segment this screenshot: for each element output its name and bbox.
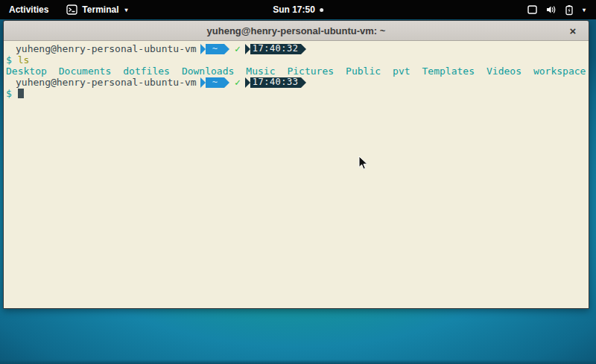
display-icon — [527, 4, 538, 15]
terminal-app-icon — [66, 4, 77, 15]
prompt-time-segment: 17:40:32 — [250, 44, 301, 54]
window-title: yuheng@henry-personal-ubuntu-vm: ~ — [207, 25, 386, 36]
prompt-symbol: $ — [6, 88, 12, 99]
status-check-icon: ✓ — [235, 77, 241, 88]
powerline-arrow-icon — [245, 44, 250, 54]
battery-charging-icon — [565, 4, 574, 16]
ls-item: Music — [246, 66, 275, 77]
terminal-content[interactable]: yuheng@henry-personal-ubuntu-vm ~ ✓ 17:4… — [4, 41, 589, 308]
ls-item: Desktop — [6, 66, 47, 77]
terminal-window: yuheng@henry-personal-ubuntu-vm: ~ × yuh… — [3, 20, 589, 309]
ls-output: DesktopDocumentsdotfilesDownloadsMusicPi… — [6, 66, 586, 77]
system-status-area[interactable]: ▾ — [522, 0, 590, 19]
terminal-cursor — [18, 89, 24, 98]
ls-item: Templates — [422, 66, 475, 77]
volume-icon — [545, 4, 557, 15]
powerline-arrow-icon — [224, 77, 229, 88]
powerline-arrow-icon — [245, 77, 250, 88]
app-menu-label: Terminal — [82, 4, 118, 15]
prompt-time-segment: 17:40:33 — [250, 77, 301, 88]
command-line-1: $ ls — [6, 54, 586, 66]
prompt-line-1: yuheng@henry-personal-ubuntu-vm ~ ✓ 17:4… — [6, 43, 586, 54]
app-menu-caret-icon: ▾ — [124, 7, 127, 13]
ls-item: Downloads — [182, 66, 234, 77]
app-menu-button[interactable]: Terminal ▾ — [57, 0, 136, 19]
prompt-line-2: yuheng@henry-personal-ubuntu-vm ~ ✓ 17:4… — [6, 77, 586, 88]
gnome-top-bar: Activities Terminal ▾ Sun 17:50 — [0, 0, 596, 19]
window-titlebar[interactable]: yuheng@henry-personal-ubuntu-vm: ~ × — [4, 21, 589, 41]
chevron-down-icon: ▾ — [583, 7, 586, 13]
clock-button[interactable]: Sun 17:50 — [267, 0, 329, 19]
ls-item: Videos — [486, 66, 522, 77]
clock-label: Sun 17:50 — [273, 4, 315, 15]
powerline-arrow-icon — [200, 44, 206, 54]
status-check-icon: ✓ — [235, 43, 241, 54]
activities-button[interactable]: Activities — [0, 0, 57, 19]
command-text: ls — [18, 54, 30, 66]
notification-dot-icon — [320, 8, 323, 12]
activities-label: Activities — [9, 4, 48, 15]
close-button[interactable]: × — [563, 21, 583, 41]
powerline-arrow-icon — [224, 44, 229, 54]
command-line-2: $ — [6, 88, 586, 99]
ls-item: Public — [346, 66, 381, 77]
ls-item: pvt — [393, 66, 410, 77]
ls-item: Pictures — [287, 66, 334, 77]
prompt-cwd-segment: ~ — [206, 77, 224, 88]
prompt-cwd-segment: ~ — [206, 44, 224, 54]
powerline-arrow-icon — [301, 77, 306, 88]
prompt-user-host: yuheng@henry-personal-ubuntu-vm — [16, 77, 197, 88]
prompt-user-host: yuheng@henry-personal-ubuntu-vm — [16, 43, 197, 54]
ls-item: dotfiles — [123, 66, 170, 77]
powerline-arrow-icon — [301, 44, 306, 54]
ls-item: workspace — [533, 66, 586, 77]
powerline-arrow-icon — [200, 77, 206, 88]
prompt-symbol: $ — [6, 54, 12, 66]
ls-item: Documents — [59, 66, 111, 77]
